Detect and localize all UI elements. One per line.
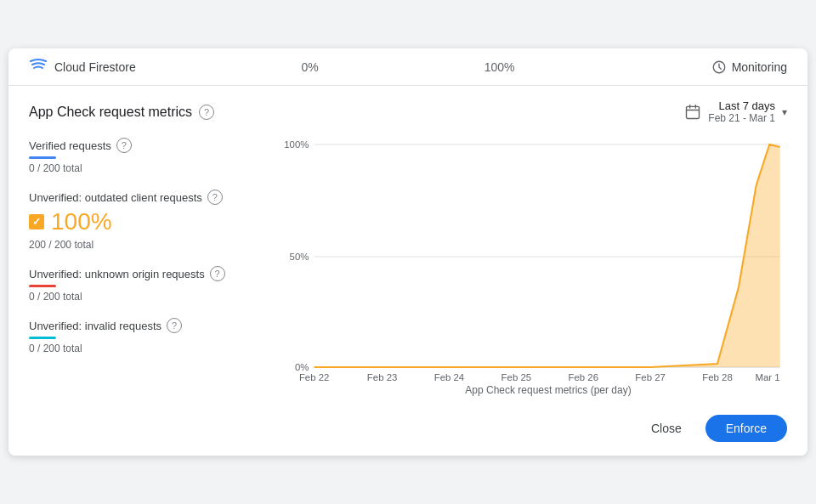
legend-item-verified: Verified requests ? 0 / 200 total bbox=[29, 138, 275, 174]
unknown-help-icon[interactable]: ? bbox=[210, 266, 225, 281]
close-button[interactable]: Close bbox=[638, 415, 695, 442]
svg-text:100%: 100% bbox=[284, 139, 309, 150]
chart-area: Verified requests ? 0 / 200 total Unveri… bbox=[29, 134, 787, 398]
enforce-button[interactable]: Enforce bbox=[706, 415, 787, 442]
outdated-help-icon[interactable]: ? bbox=[207, 190, 223, 205]
dialog: Cloud Firestore 0% 100% Monitoring App C… bbox=[8, 48, 808, 456]
legend-label-verified: Verified requests bbox=[29, 139, 111, 152]
date-range-text: Last 7 days Feb 21 - Mar 1 bbox=[708, 99, 775, 124]
legend-label-invalid: Unverified: invalid requests bbox=[29, 320, 162, 332]
svg-text:Feb 23: Feb 23 bbox=[367, 372, 398, 381]
svg-marker-9 bbox=[314, 144, 780, 367]
metrics-title-row: App Check request metrics ? bbox=[29, 105, 214, 120]
footer: Close Enforce bbox=[8, 405, 808, 456]
firestore-icon bbox=[29, 57, 48, 76]
pct-0: 0% bbox=[301, 60, 318, 74]
legend-count-invalid: 0 / 200 total bbox=[29, 343, 275, 354]
date-range-label: Last 7 days bbox=[719, 99, 776, 112]
chevron-down-icon: ▾ bbox=[782, 106, 787, 118]
legend-item-invalid: Unverified: invalid requests ? 0 / 200 t… bbox=[29, 318, 275, 354]
chart-container: 100% 50% 0% bbox=[275, 134, 787, 398]
metrics-header: App Check request metrics ? Last 7 days … bbox=[29, 99, 787, 124]
svg-text:Feb 28: Feb 28 bbox=[702, 372, 733, 381]
outdated-checkbox[interactable] bbox=[29, 214, 44, 229]
legend-line-invalid bbox=[29, 337, 56, 339]
legend-count-outdated: 200 / 200 total bbox=[29, 239, 275, 251]
legend-label-unknown: Unverified: unknown origin requests bbox=[29, 268, 205, 280]
main-content: App Check request metrics ? Last 7 days … bbox=[8, 86, 808, 405]
legend-pct-row: 100% bbox=[29, 208, 275, 235]
metrics-title: App Check request metrics bbox=[29, 105, 192, 120]
clock-icon bbox=[711, 59, 727, 75]
legend-item-title-verified: Verified requests ? bbox=[29, 138, 275, 153]
legend-count-verified: 0 / 200 total bbox=[29, 162, 275, 174]
invalid-help-icon[interactable]: ? bbox=[167, 318, 182, 333]
calendar-icon bbox=[684, 104, 701, 121]
legend-line-verified bbox=[29, 156, 56, 159]
pct-range: 0% 100% bbox=[218, 60, 598, 74]
monitoring-label: Monitoring bbox=[732, 60, 787, 74]
legend-line-unknown bbox=[29, 285, 56, 287]
date-range-sub: Feb 21 - Mar 1 bbox=[708, 112, 775, 124]
legend-item-title-unknown: Unverified: unknown origin requests ? bbox=[29, 266, 275, 281]
date-range-picker[interactable]: Last 7 days Feb 21 - Mar 1 ▾ bbox=[684, 99, 787, 124]
legend: Verified requests ? 0 / 200 total Unveri… bbox=[29, 134, 275, 398]
svg-text:Feb 25: Feb 25 bbox=[502, 372, 532, 381]
top-bar: Cloud Firestore 0% 100% Monitoring bbox=[8, 48, 808, 86]
legend-label-outdated: Unverified: outdated client requests bbox=[29, 191, 202, 204]
svg-text:Feb 24: Feb 24 bbox=[434, 372, 465, 381]
svg-text:Feb 27: Feb 27 bbox=[635, 372, 666, 381]
service-name: Cloud Firestore bbox=[54, 60, 136, 74]
legend-item-title-invalid: Unverified: invalid requests ? bbox=[29, 318, 275, 333]
svg-text:0%: 0% bbox=[295, 362, 309, 372]
outdated-pct: 100% bbox=[51, 208, 112, 235]
service-info: Cloud Firestore bbox=[29, 57, 218, 76]
monitoring-link[interactable]: Monitoring bbox=[598, 59, 787, 75]
svg-text:50%: 50% bbox=[290, 252, 309, 262]
verified-help-icon[interactable]: ? bbox=[116, 138, 132, 153]
metrics-help-icon[interactable]: ? bbox=[199, 105, 214, 120]
chart-svg: 100% 50% 0% bbox=[275, 134, 787, 381]
svg-text:Feb 22: Feb 22 bbox=[299, 372, 330, 381]
legend-count-unknown: 0 / 200 total bbox=[29, 291, 275, 303]
pct-100: 100% bbox=[484, 60, 515, 74]
chart-x-label: App Check request metrics (per day) bbox=[275, 381, 787, 398]
svg-text:Feb 26: Feb 26 bbox=[568, 372, 598, 381]
legend-item-outdated: Unverified: outdated client requests ? 1… bbox=[29, 190, 275, 251]
svg-rect-1 bbox=[687, 106, 700, 118]
legend-item-unknown: Unverified: unknown origin requests ? 0 … bbox=[29, 266, 275, 303]
svg-text:Mar 1: Mar 1 bbox=[756, 372, 780, 381]
legend-item-title-outdated: Unverified: outdated client requests ? bbox=[29, 190, 275, 205]
